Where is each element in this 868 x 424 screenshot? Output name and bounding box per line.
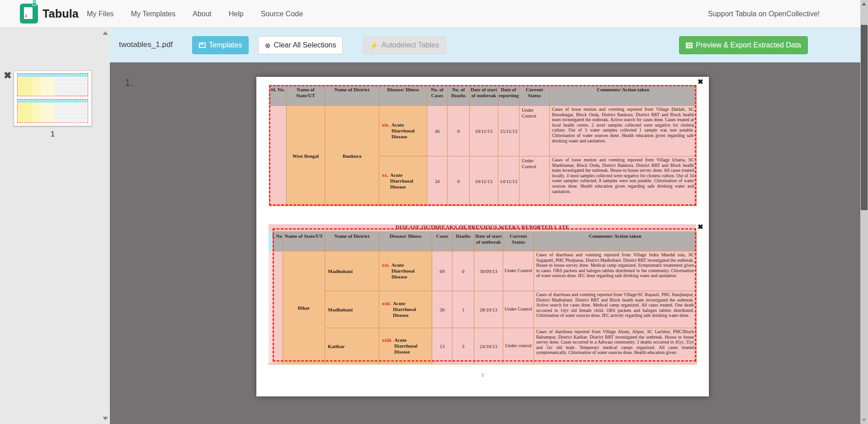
tabula-logo-icon: λ xyxy=(20,4,38,24)
unselected-header-strip xyxy=(269,231,273,251)
templates-button[interactable]: Templates xyxy=(192,36,249,54)
thumbnail-selection-2 xyxy=(17,99,88,123)
spreadsheet-icon xyxy=(686,42,693,48)
nav-about[interactable]: About xyxy=(193,10,212,18)
lock-icon xyxy=(32,2,37,6)
window-scrollbar[interactable] xyxy=(860,0,868,424)
thumb-cell xyxy=(32,77,41,96)
thumb-text-lines xyxy=(55,77,88,96)
support-link[interactable]: Support Tabula on OpenCollective! xyxy=(708,10,820,18)
clear-all-selections-button[interactable]: ⊗ Clear All Selections xyxy=(258,36,343,54)
selection-region-1[interactable] xyxy=(269,85,696,206)
document-viewport: 1. Sl. No. Name of State/UT Name of Dist… xyxy=(110,62,860,424)
thumbnail-selection-1 xyxy=(17,73,88,96)
export-button-label: Preview & Export Extracted Data xyxy=(696,41,801,49)
toolbar: twotables_1.pdf Templates ⊗ Clear All Se… xyxy=(110,28,860,62)
remove-page-button[interactable]: ✖ xyxy=(4,71,12,80)
preview-export-button[interactable]: Preview & Export Extracted Data xyxy=(679,36,808,54)
pdf-page-number: 5 xyxy=(256,372,709,377)
thumb-text-lines xyxy=(55,103,88,122)
page-index-marker: 1. xyxy=(125,77,133,89)
scrollbar-down-icon[interactable] xyxy=(862,419,866,422)
thumb-cell xyxy=(41,77,55,96)
thumb-table-header xyxy=(18,74,88,77)
brand-logo-link[interactable]: λ Tabula xyxy=(20,4,79,24)
sidebar-scrollbar[interactable] xyxy=(102,28,108,424)
nav-help[interactable]: Help xyxy=(229,10,244,18)
clear-circle-x-icon: ⊗ xyxy=(265,42,271,49)
thumb-cell xyxy=(18,77,32,96)
pdf-page[interactable]: Sl. No. Name of State/UT Name of Distric… xyxy=(256,77,709,396)
thumb-cell xyxy=(41,103,55,122)
scroll-up-icon[interactable] xyxy=(103,31,108,35)
selection-2-close-icon[interactable]: ✖ xyxy=(698,224,703,230)
nav-source-code[interactable]: Source Code xyxy=(261,10,303,18)
templates-icon xyxy=(199,42,206,48)
scroll-down-icon[interactable] xyxy=(103,417,108,420)
autodetect-tables-button[interactable]: ⚡ Autodetect Tables xyxy=(363,36,446,54)
clear-button-label: Clear All Selections xyxy=(274,41,336,49)
nav-links: My Files My Templates About Help Source … xyxy=(87,0,303,28)
brand-title: Tabula xyxy=(42,7,79,20)
nav-my-files[interactable]: My Files xyxy=(87,10,114,18)
unselected-body-strip xyxy=(269,251,273,363)
selection-1-close-icon[interactable]: ✖ xyxy=(698,79,703,85)
thumb-cell xyxy=(32,103,41,122)
scrollbar-up-icon[interactable] xyxy=(862,2,866,5)
selection-region-2[interactable] xyxy=(273,228,696,362)
page-thumbnail[interactable] xyxy=(14,71,92,126)
thumbnail-page-number: 1 xyxy=(14,130,92,139)
document-filename: twotables_1.pdf xyxy=(119,40,173,49)
nav-my-templates[interactable]: My Templates xyxy=(131,10,175,18)
thumb-cell xyxy=(18,103,32,122)
tabula-app: λ Tabula My Files My Templates About Hel… xyxy=(0,0,868,424)
autodetect-button-label: Autodetect Tables xyxy=(382,41,439,49)
navbar: λ Tabula My Files My Templates About Hel… xyxy=(0,0,860,28)
thumb-table-header xyxy=(18,99,88,103)
templates-button-label: Templates xyxy=(209,41,242,49)
pdf-glyph-icon: λ xyxy=(25,13,27,18)
scrollbar-thumb[interactable] xyxy=(861,25,868,210)
sidebar: ✖ 1 xyxy=(0,28,110,424)
lightning-icon: ⚡ xyxy=(370,42,378,49)
